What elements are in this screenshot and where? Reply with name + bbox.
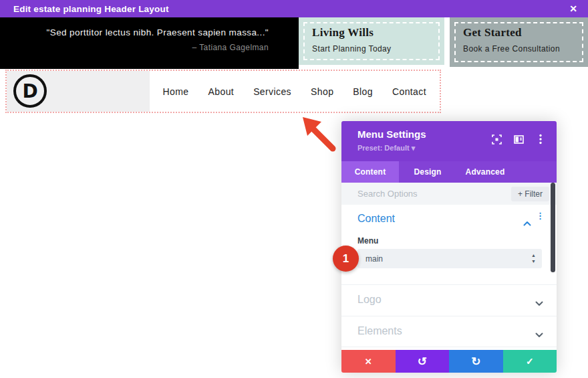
modal-footer: ✕ ↺ ↻ ✓ bbox=[341, 350, 557, 373]
close-icon[interactable]: ✕ bbox=[569, 0, 577, 17]
modal-title: Menu Settings bbox=[357, 128, 426, 140]
admin-top-bar: Edit estate planning Header Layout ✕ bbox=[0, 0, 588, 17]
section-elements-title: Elements bbox=[357, 325, 402, 337]
more-options-kebab-icon[interactable] bbox=[535, 134, 546, 145]
card-subtitle: Book a Free Consultation bbox=[463, 44, 560, 54]
card-get-started: Get Started Book a Free Consultation bbox=[450, 17, 588, 67]
menu-settings-modal: Menu Settings Preset: Default ▾ bbox=[341, 121, 557, 373]
search-options-input[interactable] bbox=[357, 183, 504, 205]
chevron-down-icon bbox=[535, 297, 543, 309]
nav-item-shop[interactable]: Shop bbox=[311, 86, 333, 97]
section-logo-title: Logo bbox=[357, 294, 382, 306]
scrollbar-thumb[interactable] bbox=[551, 183, 555, 272]
logo[interactable]: D bbox=[13, 74, 47, 108]
annotation-arrow-icon bbox=[299, 114, 339, 154]
testimonial-quote-block: "Sed porttitor lectus nibh. Praesent sap… bbox=[0, 17, 299, 69]
discard-button[interactable]: ✕ bbox=[341, 350, 396, 373]
tab-content[interactable]: Content bbox=[341, 161, 399, 183]
chevron-down-icon bbox=[535, 328, 543, 341]
section-kebab-icon[interactable]: ⋮ bbox=[536, 214, 545, 217]
section-elements[interactable]: Elements bbox=[341, 316, 557, 347]
preset-caret-icon: ▾ bbox=[412, 144, 416, 152]
quote-text: "Sed porttitor lectus nibh. Praesent sap… bbox=[0, 27, 269, 37]
logo-area: D bbox=[7, 71, 150, 112]
nav-item-contact[interactable]: Contact bbox=[392, 86, 426, 97]
nav-item-services[interactable]: Services bbox=[253, 86, 291, 97]
undo-button[interactable]: ↺ bbox=[396, 350, 450, 373]
quote-attribution: – Tatiana Gagelman bbox=[0, 43, 269, 52]
page-title: Edit estate planning Header Layout bbox=[0, 4, 169, 14]
nav-item-blog[interactable]: Blog bbox=[353, 86, 373, 97]
filter-button[interactable]: + Filter bbox=[511, 187, 549, 201]
nav-item-about[interactable]: About bbox=[208, 86, 235, 97]
card-subtitle: Start Planning Today bbox=[312, 44, 392, 54]
modal-tabs: Content Design Advanced bbox=[341, 161, 557, 183]
menu-select[interactable]: main ▲ ▼ bbox=[357, 249, 542, 268]
menu-select-value: main bbox=[365, 254, 383, 264]
tab-design[interactable]: Design bbox=[399, 161, 456, 183]
menu-field-label: Menu bbox=[357, 236, 378, 246]
search-row: + Filter bbox=[341, 183, 557, 205]
chevron-up-icon[interactable] bbox=[523, 217, 531, 229]
nav-item-home[interactable]: Home bbox=[163, 86, 189, 97]
card-title: Living Wills bbox=[312, 26, 392, 39]
page: Edit estate planning Header Layout ✕ "Se… bbox=[0, 0, 588, 378]
save-button[interactable]: ✓ bbox=[503, 350, 557, 373]
card-living-wills: Living Wills Start Planning Today bbox=[299, 17, 444, 65]
section-logo[interactable]: Logo bbox=[341, 284, 557, 316]
select-arrows-icon: ▲ ▼ bbox=[531, 252, 536, 264]
panel-layout-icon[interactable] bbox=[513, 134, 524, 145]
preset-label: Preset: Default bbox=[357, 144, 410, 152]
menu-module-preview[interactable]: D Home About Services Shop Blog Contact bbox=[5, 70, 441, 113]
logo-letter: D bbox=[22, 80, 37, 102]
redo-button[interactable]: ↻ bbox=[449, 350, 503, 373]
step-number: 1 bbox=[343, 252, 349, 266]
preset-selector[interactable]: Preset: Default ▾ bbox=[357, 144, 415, 153]
modal-header: Menu Settings Preset: Default ▾ bbox=[341, 121, 557, 161]
section-content-title[interactable]: Content bbox=[357, 213, 395, 225]
step-badge: 1 bbox=[333, 246, 359, 272]
tab-advanced[interactable]: Advanced bbox=[456, 161, 514, 183]
card-title: Get Started bbox=[463, 26, 560, 39]
nav-menu: Home About Services Shop Blog Contact bbox=[150, 71, 440, 112]
focus-mode-icon[interactable] bbox=[491, 134, 502, 145]
